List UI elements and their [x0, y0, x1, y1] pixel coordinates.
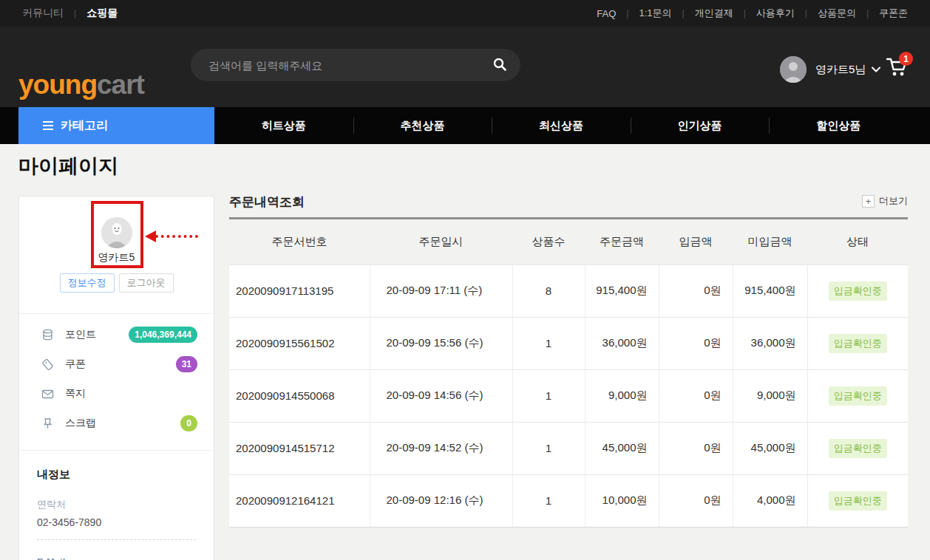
- order-number[interactable]: 2020090914515712: [229, 422, 370, 474]
- scrap-label: 스크랩: [65, 417, 180, 430]
- profile-name: 영카트5: [19, 251, 214, 264]
- annotation-arrow-icon: [145, 231, 156, 242]
- nav-item-discount[interactable]: 할인상품: [769, 107, 908, 144]
- item-count: 1: [512, 422, 585, 474]
- hamburger-icon: [43, 121, 53, 130]
- annotation-arrow-line: [155, 235, 198, 238]
- nav-item-newest[interactable]: 최신상품: [492, 107, 631, 144]
- col-order-date: 주문일시: [370, 219, 512, 264]
- col-status: 상태: [807, 219, 908, 264]
- order-amount: 36,000원: [585, 317, 659, 369]
- order-number[interactable]: 2020090912164121: [229, 474, 370, 527]
- orders-table-header-row: 주문서번호 주문일시 상품수 주문금액 입금액 미입금액 상태: [229, 219, 908, 264]
- order-date: 20-09-09 14:56 (수): [370, 369, 512, 422]
- profile-buttons: 정보수정 로그아웃: [19, 273, 214, 293]
- table-row: 2020090915561502 20-09-09 15:56 (수) 1 36…: [229, 317, 908, 369]
- sidebar-menu: 포인트 1,046,369,444 쿠폰 31 쪽지 스크랩 0: [19, 314, 214, 450]
- logo[interactable]: youngcart: [18, 69, 144, 100]
- table-row: 2020090914515712 20-09-09 14:52 (수) 1 45…: [229, 422, 908, 474]
- more-label: 더보기: [879, 194, 908, 208]
- page-title: 마이페이지: [18, 153, 118, 180]
- paid-amount: 0원: [659, 422, 733, 474]
- order-date: 20-09-09 17:11 (수): [370, 264, 512, 317]
- search-input[interactable]: [208, 59, 492, 72]
- order-date: 20-09-09 12:16 (수): [370, 474, 512, 527]
- cart-button[interactable]: 1: [886, 56, 915, 83]
- user-name: 영카트5님: [815, 63, 866, 77]
- sidebar-item-points[interactable]: 포인트 1,046,369,444: [41, 320, 197, 349]
- unpaid-amount: 9,000원: [733, 369, 807, 422]
- cart-icon: [886, 68, 908, 81]
- mall-link[interactable]: 쇼핑몰: [86, 7, 118, 20]
- nav-item-popular[interactable]: 인기상품: [631, 107, 770, 144]
- search-bar: [191, 49, 520, 81]
- site-header: youngcart 영카트5님 1: [0, 27, 930, 107]
- scrap-badge: 0: [180, 415, 197, 431]
- divider: |: [626, 8, 628, 18]
- paid-amount: 0원: [659, 474, 733, 527]
- sidebar-item-scrap[interactable]: 스크랩 0: [41, 409, 197, 438]
- order-number[interactable]: 2020090915561502: [229, 317, 370, 369]
- user-menu[interactable]: 영카트5님: [780, 56, 880, 83]
- search-icon: [492, 57, 507, 74]
- faq-link[interactable]: FAQ: [597, 8, 616, 19]
- status-badge: 입금확인중: [829, 491, 887, 511]
- col-unpaid-amount: 미입금액: [733, 219, 807, 264]
- coupons-badge: 31: [176, 356, 197, 372]
- order-amount: 9,000원: [585, 369, 659, 422]
- category-button[interactable]: 카테고리: [18, 107, 214, 144]
- col-order-number: 주문서번호: [229, 219, 370, 264]
- user-avatar-icon: [780, 56, 807, 83]
- inquiry-link[interactable]: 1:1문의: [639, 7, 671, 20]
- order-amount: 915,400원: [585, 264, 659, 317]
- order-history-header: 주문내역조회 + 더보기: [229, 194, 908, 217]
- order-number[interactable]: 2020090914550068: [229, 369, 370, 422]
- coupon-zone-link[interactable]: 쿠폰존: [879, 7, 908, 20]
- paid-amount: 0원: [659, 317, 733, 369]
- logo-part1: young: [18, 69, 97, 100]
- unpaid-amount: 36,000원: [733, 317, 807, 369]
- my-info-heading: 내정보: [37, 468, 196, 482]
- unpaid-amount: 45,000원: [733, 422, 807, 474]
- sidebar-item-coupons[interactable]: 쿠폰 31: [41, 349, 197, 379]
- mail-icon: [41, 388, 55, 400]
- orders-table: 주문서번호 주문일시 상품수 주문금액 입금액 미입금액 상태 20200909…: [229, 219, 908, 527]
- edit-info-button[interactable]: 정보수정: [60, 273, 115, 293]
- nav-menu: 히트상품 추천상품 최신상품 인기상품 할인상품: [214, 107, 908, 144]
- logo-part2: cart: [97, 69, 144, 100]
- chevron-down-icon: [872, 66, 880, 72]
- order-date: 20-09-09 14:52 (수): [370, 422, 512, 474]
- col-paid-amount: 입금액: [659, 219, 733, 264]
- col-item-count: 상품수: [512, 219, 585, 264]
- order-number[interactable]: 2020090917113195: [229, 264, 370, 317]
- reviews-link[interactable]: 사용후기: [756, 7, 795, 20]
- divider: |: [74, 8, 76, 18]
- item-count: 1: [512, 474, 585, 527]
- more-button[interactable]: + 더보기: [862, 194, 908, 208]
- coupons-label: 쿠폰: [65, 358, 176, 371]
- personal-payment-link[interactable]: 개인결제: [695, 7, 733, 20]
- profile-section: 영카트5 정보수정 로그아웃: [19, 197, 214, 313]
- order-amount: 45,000원: [585, 422, 659, 474]
- cart-count-badge: 1: [899, 52, 913, 66]
- status-badge: 입금확인중: [829, 334, 887, 353]
- search-button[interactable]: [492, 57, 507, 74]
- status-badge: 입금확인중: [829, 386, 887, 406]
- contact-label: 연락처: [37, 498, 196, 511]
- order-history-section: 주문내역조회 + 더보기 주문서번호 주문일시 상품수 주문금액 입금액 미입금…: [229, 194, 908, 527]
- sidebar-item-messages[interactable]: 쪽지: [41, 379, 197, 409]
- product-inquiry-link[interactable]: 상품문의: [818, 7, 856, 20]
- order-amount: 10,000원: [585, 474, 659, 527]
- order-history-title: 주문내역조회: [229, 195, 305, 209]
- status-badge: 입금확인중: [829, 281, 887, 301]
- logout-button[interactable]: 로그아웃: [119, 273, 174, 293]
- nav-item-recommend[interactable]: 추천상품: [353, 107, 492, 144]
- nav-item-hit[interactable]: 히트상품: [214, 107, 353, 144]
- main-nav: 카테고리 히트상품 추천상품 최신상품 인기상품 할인상품: [0, 107, 930, 144]
- pin-icon: [41, 417, 55, 430]
- community-link[interactable]: 커뮤니티: [22, 7, 64, 20]
- coupon-icon: [41, 358, 55, 371]
- divider: [37, 539, 196, 540]
- topbar-left: 커뮤니티 | 쇼핑몰: [22, 7, 118, 20]
- email-label: E-Mail: [37, 556, 196, 560]
